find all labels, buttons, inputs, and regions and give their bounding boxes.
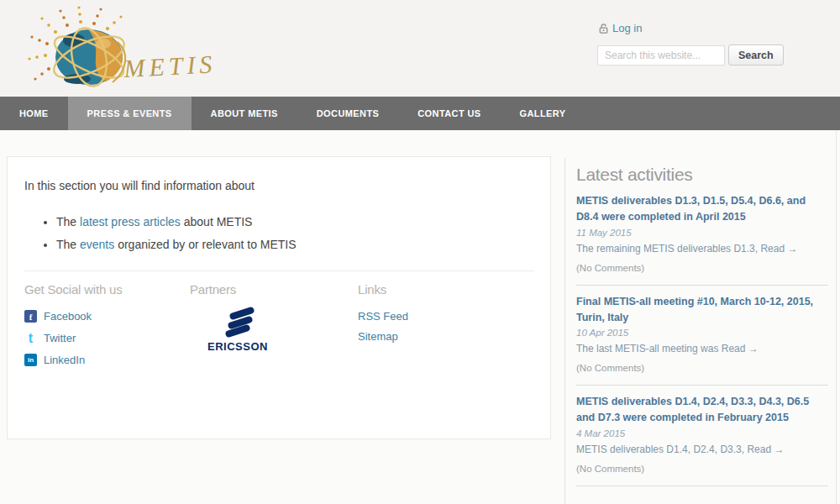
facebook-link[interactable]: f Facebook [24,310,190,323]
activity-excerpt: The last METIS-all meeting was Read → [576,342,828,356]
activity-date: 10 Apr 2015 [576,328,828,338]
twitter-label: Twitter [44,332,76,344]
read-more-link[interactable]: Read → [722,343,759,354]
partners-heading: Partners [190,282,358,297]
linkedin-icon: in [24,354,37,366]
twitter-link[interactable]: t Twitter [24,332,190,344]
login-link[interactable]: Log in [612,22,642,34]
main-nav: HOME PRESS & EVENTS ABOUT METIS DOCUMENT… [0,97,840,130]
facebook-label: Facebook [44,310,92,323]
links-heading: Links [358,282,533,297]
linkedin-link[interactable]: in LinkedIn [24,354,190,366]
excerpt-text: METIS deliverables D1.4, D2.4, D3.3, [576,444,747,455]
rss-feed-link[interactable]: RSS Feed [358,310,533,323]
latest-activities-heading: Latest activities [576,165,828,185]
nav-item-gallery[interactable]: GALLERY [501,97,585,130]
social-column: Get Social with us f Facebook t Twitter … [24,282,190,375]
intro-text: In this section you will find informatio… [24,179,533,192]
links-column: Links RSS Feed Sitemap [358,282,533,375]
comments-link[interactable]: (No Comments) [576,464,644,474]
nav-item-documents[interactable]: DOCUMENTS [297,97,399,130]
list-item: The latest press articles about METIS [56,215,533,228]
bullet-text: organized by or relevant to METIS [114,238,296,251]
activity-excerpt: METIS deliverables D1.4, D2.4, D3.3, Rea… [576,443,828,457]
activity-item: METIS deliverables D1.3, D1.5, D5.4, D6.… [576,193,828,286]
metis-logo[interactable]: METIS [24,5,217,92]
search-input[interactable] [597,45,725,66]
activity-title-link[interactable]: METIS deliverables D1.3, D1.5, D5.4, D6.… [576,193,828,226]
activity-date: 4 Mar 2015 [576,428,828,438]
logo-text: METIS [123,50,217,82]
bullet-text: The [56,215,80,228]
content-card: In this section you will find informatio… [7,156,551,439]
ericsson-bars-icon [205,310,270,337]
events-link[interactable]: events [80,238,114,251]
search-form: Search [597,45,784,66]
comments-link[interactable]: (No Comments) [576,363,644,373]
excerpt-text: The remaining METIS deliverables D1.3, [576,243,760,255]
read-more-link[interactable]: Read → [747,444,784,455]
content-sidebar-divider [564,158,565,504]
sidebar: Latest activities METIS deliverables D1.… [576,165,828,504]
card-footer: Get Social with us f Facebook t Twitter … [24,270,533,375]
nav-item-about-metis[interactable]: ABOUT METIS [192,97,297,130]
ericsson-logo[interactable]: ERICSSON [205,310,270,353]
social-heading: Get Social with us [24,282,190,297]
activity-title-link[interactable]: Final METIS-all meeting #10, March 10-12… [576,294,828,327]
ericsson-wordmark: ERICSSON [205,340,270,353]
metis-logo-image: METIS [24,5,217,92]
login-area: Log in [598,22,642,34]
read-more-link[interactable]: Read → [760,243,797,255]
nav-item-home[interactable]: HOME [0,97,68,130]
comments-link[interactable]: (No Comments) [576,263,644,273]
activity-date: 11 May 2015 [576,228,828,238]
info-list: The latest press articles about METIS Th… [56,215,533,251]
bullet-text: about METIS [181,215,253,228]
bullet-text: The [56,238,80,251]
activity-title-link[interactable]: METIS deliverables D1.4, D2.4, D3.3, D4.… [576,394,828,427]
page-right-edge [836,130,837,504]
press-articles-link[interactable]: latest press articles [80,215,181,228]
nav-item-contact-us[interactable]: CONTACT US [398,97,500,130]
sitemap-link[interactable]: Sitemap [358,330,533,343]
activity-excerpt: The remaining METIS deliverables D1.3, R… [576,242,828,256]
nav-item-press-events[interactable]: PRESS & EVENTS [68,97,192,130]
excerpt-text: The last METIS-all meeting was [576,343,722,354]
partners-column: Partners ERICSSON [190,282,358,375]
linkedin-label: LinkedIn [44,354,85,366]
page-header: METIS Log in Search [0,0,840,97]
facebook-icon: f [24,310,37,323]
lock-icon [598,23,609,34]
list-item: The events organized by or relevant to M… [56,238,533,251]
twitter-icon: t [24,333,37,344]
activity-item: Final METIS-all meeting #10, March 10-12… [576,294,828,386]
activity-item: METIS deliverables D1.4, D2.4, D3.3, D4.… [576,394,828,486]
search-button[interactable]: Search [728,45,784,66]
